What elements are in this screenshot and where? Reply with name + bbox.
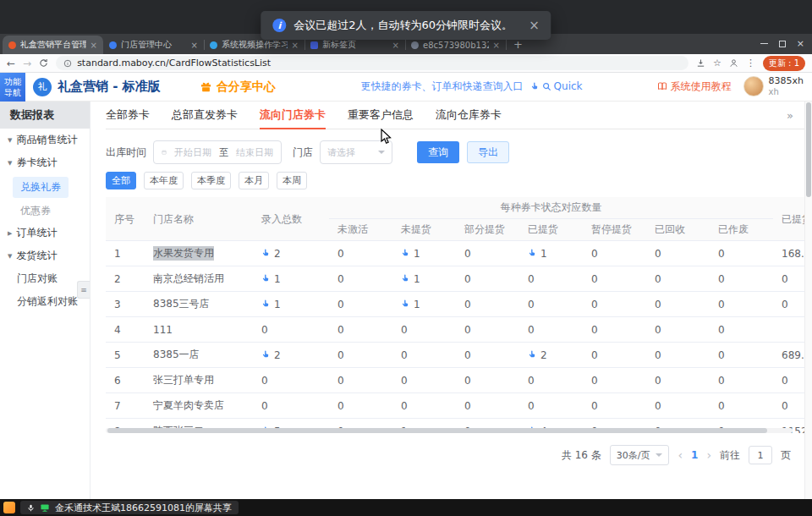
quick-filter-year[interactable]: 本年度: [144, 172, 184, 189]
tab-close-icon[interactable]: ×: [292, 41, 299, 50]
meeting-app-icon[interactable]: [3, 502, 15, 513]
sidebar-item-exchange-coupon[interactable]: 兑换礼券: [13, 177, 69, 198]
quick-filter-week[interactable]: 本周: [277, 172, 307, 189]
quick-filter-quarter[interactable]: 本季度: [191, 172, 231, 189]
sidebar-item-product-sales[interactable]: ▼ 商品销售统计: [0, 129, 90, 151]
sidebar-item-discount-coupon[interactable]: 优惠券: [0, 200, 90, 222]
tab-store-flow-cards[interactable]: 流向门店券卡: [260, 102, 326, 129]
download-icon[interactable]: [696, 58, 705, 68]
menu-dots-icon[interactable]: ⋮: [746, 58, 755, 69]
back-icon[interactable]: ←: [7, 58, 15, 69]
panel-collapse-icon[interactable]: »: [787, 109, 793, 122]
value-cell: 0: [646, 241, 710, 266]
next-page-icon[interactable]: ›: [706, 448, 711, 462]
value-cell: 0: [329, 368, 392, 392]
tab-warehouse-flow-cards[interactable]: 流向仓库券卡: [436, 102, 502, 129]
sidebar-collapse-handle[interactable]: ≡: [77, 281, 90, 299]
browser-update-button[interactable]: 更新 : 1: [763, 56, 805, 71]
minimize-icon[interactable]: [760, 43, 768, 44]
value-cell: 0: [456, 317, 519, 342]
microphone-icon[interactable]: [27, 503, 35, 513]
refresh-icon[interactable]: [39, 58, 48, 68]
sidebar-item-order-stats[interactable]: ▶ 订单统计: [0, 222, 90, 244]
count-link-cell[interactable]: 1: [392, 266, 456, 291]
share-center-link[interactable]: 合分享中心: [200, 80, 276, 95]
chevron-down-icon: [656, 453, 662, 457]
tab-hq-direct-cards[interactable]: 总部直发券卡: [172, 102, 238, 129]
value-cell: 0: [583, 343, 646, 367]
count-link-cell[interactable]: 1: [519, 241, 583, 266]
bookmark-star-icon[interactable]: ☆: [713, 58, 721, 69]
sidebar-item-shipping-stats[interactable]: ▼ 发货统计: [0, 244, 90, 267]
browser-tab-1[interactable]: 礼盒营销平台管理中心 ×: [3, 36, 103, 54]
value-cell: 0: [392, 368, 456, 392]
close-icon[interactable]: ×: [797, 39, 804, 48]
tab-close-icon[interactable]: ×: [392, 41, 399, 50]
quick-filter-all[interactable]: 全部: [106, 172, 136, 189]
avatar[interactable]: [743, 76, 764, 96]
search-button[interactable]: 查询: [417, 141, 459, 163]
quick-filter-bar: 全部 本年度 本季度 本月 本周: [106, 172, 804, 189]
tab-all-cards[interactable]: 全部券卡: [106, 102, 150, 129]
tab-close-icon[interactable]: ×: [91, 41, 97, 50]
page-size-select[interactable]: 30条/页: [610, 445, 670, 465]
count-link-cell[interactable]: 2: [253, 343, 329, 367]
vertical-scrollbar[interactable]: [804, 102, 812, 499]
count-link-cell[interactable]: 2: [253, 241, 329, 266]
scrollbar-thumb[interactable]: [107, 428, 767, 433]
tutorial-link[interactable]: 系统使用教程: [657, 80, 732, 94]
count-link-cell[interactable]: 1: [253, 292, 329, 316]
scrollbar-thumb[interactable]: [806, 102, 811, 197]
function-nav-button[interactable]: 功能 导航: [0, 73, 25, 102]
count-link-cell[interactable]: 1: [253, 266, 329, 291]
filter-bar: 出库时间 开始日期 至 结束日期 门店 请选择 查询 导出: [106, 140, 804, 164]
sidebar-item-label: 券卡统计: [16, 156, 57, 170]
pointer-hand-icon: [528, 350, 537, 360]
screen-share-icon[interactable]: [40, 503, 50, 513]
outbound-time-label: 出库时间: [106, 145, 146, 160]
sidebar-item-label: 商品销售统计: [16, 133, 77, 147]
quick-search-button[interactable]: Quick: [530, 80, 583, 92]
profile-icon[interactable]: [729, 58, 738, 68]
maximize-icon[interactable]: [779, 41, 786, 47]
value-cell: 0: [773, 368, 804, 392]
export-button[interactable]: 导出: [467, 141, 509, 163]
share-center-label: 合分享中心: [217, 80, 276, 95]
value-cell: 0: [329, 317, 392, 342]
date-range-input[interactable]: 开始日期 至 结束日期: [153, 140, 282, 164]
store-name-cell: 南京总经销活用: [145, 266, 253, 291]
pointer-hand-icon: [401, 274, 410, 283]
store-select[interactable]: 请选择: [320, 140, 392, 164]
tab-key-customer-info[interactable]: 重要客户信息: [348, 102, 414, 129]
count-link-cell[interactable]: 2: [519, 343, 583, 367]
row-index-cell: 5: [106, 343, 145, 367]
chevron-down-icon: ▼: [8, 160, 12, 167]
forward-icon[interactable]: →: [23, 58, 31, 69]
new-tab-button[interactable]: +: [513, 38, 523, 51]
value-cell: 0: [519, 317, 583, 342]
col-paused: 暂停提货: [583, 219, 646, 240]
tab-title: 门店管理中心: [121, 39, 187, 51]
goto-page-input[interactable]: [749, 446, 772, 464]
value-cell: 0: [583, 393, 646, 418]
count-link-cell[interactable]: 1: [392, 292, 456, 316]
sidebar-item-label: 订单统计: [16, 226, 57, 240]
browser-tab-2[interactable]: 门店管理中心 ×: [103, 36, 204, 54]
horizontal-scrollbar[interactable]: [106, 428, 793, 433]
tab-close-icon[interactable]: ×: [191, 41, 198, 50]
sidebar-item-card-stats[interactable]: ▼ 券卡统计: [0, 151, 90, 174]
value-cell: 0: [329, 266, 392, 291]
brand: 礼 礼盒营销 - 标准版: [33, 78, 161, 96]
count-link-cell[interactable]: 1: [392, 241, 456, 266]
prev-page-icon[interactable]: ‹: [678, 448, 683, 462]
page-unit-label: 页: [781, 448, 791, 463]
tab-close-icon[interactable]: ×: [493, 41, 500, 50]
user-menu[interactable]: 8385xh xh: [769, 76, 804, 96]
quick-filter-month[interactable]: 本月: [239, 172, 269, 189]
store-select-placeholder: 请选择: [327, 146, 355, 159]
page-info-icon[interactable]: [63, 59, 72, 68]
url-bar[interactable]: standard.maboy.cn/CardFlowStatisticsList: [56, 56, 689, 70]
current-page[interactable]: 1: [691, 449, 698, 461]
toast-close-icon[interactable]: ×: [529, 18, 540, 33]
toast-text: 会议已超过2人，自动转为60分钟限时会议。: [294, 18, 513, 33]
